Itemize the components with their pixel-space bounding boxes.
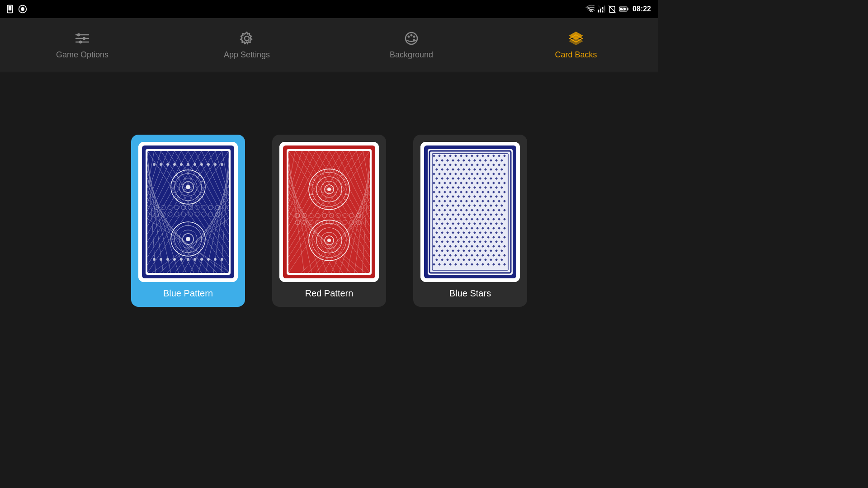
svg-point-106 [186,185,190,189]
no-sim-icon [608,5,616,13]
svg-point-83 [173,163,176,166]
nav-item-game-options[interactable]: Game Options [0,23,165,67]
card-label-red-pattern: Red Pattern [305,282,354,307]
svg-point-91 [153,258,156,261]
palette-icon [403,30,420,47]
svg-point-85 [187,163,189,166]
wifi-icon [585,5,594,14]
card-image-blue-stars [420,142,520,282]
status-bar-left-icons [5,5,27,14]
svg-point-80 [153,163,156,166]
svg-point-24 [410,34,413,37]
nav-item-card-backs[interactable]: Card Backs [494,23,658,67]
layers-icon [568,30,584,47]
svg-point-263 [327,239,331,242]
nav-item-background[interactable]: Background [329,23,494,67]
sliders-icon [74,30,90,47]
svg-point-18 [77,33,80,36]
svg-point-95 [180,258,183,261]
svg-rect-5 [598,10,599,13]
nav-bar: Game Options App Settings Background Car… [0,18,658,72]
battery-icon [619,5,629,13]
nav-label-card-backs: Card Backs [555,50,597,60]
svg-point-82 [166,163,169,166]
svg-rect-13 [627,8,628,9]
card-label-blue-pattern: Blue Pattern [163,282,213,307]
phone-icon [5,5,14,14]
card-item-blue-stars[interactable]: Blue Stars [413,135,527,307]
card-image-blue-pattern [138,142,238,282]
svg-point-3 [21,7,24,11]
status-time: 08:22 [632,5,651,13]
signal-icon [597,5,605,13]
svg-point-86 [193,163,196,166]
svg-point-81 [160,163,162,166]
status-bar: 08:22 [0,0,658,18]
svg-point-20 [79,41,82,43]
status-icons [585,5,629,14]
svg-point-96 [187,258,189,261]
svg-point-100 [214,258,217,261]
svg-rect-1 [9,6,12,10]
svg-point-21 [245,36,249,41]
svg-point-97 [193,258,196,261]
svg-point-23 [408,36,410,38]
svg-point-216 [327,188,331,191]
svg-point-101 [221,258,223,261]
svg-point-94 [173,258,176,261]
circle-icon [18,5,27,14]
nav-label-app-settings: App Settings [224,50,270,60]
svg-point-93 [166,258,169,261]
nav-label-game-options: Game Options [56,50,108,60]
nav-label-background: Background [390,50,433,60]
main-content: Blue Pattern [0,72,658,369]
svg-point-98 [200,258,203,261]
svg-point-88 [207,163,210,166]
svg-point-160 [186,237,190,241]
svg-point-99 [207,258,210,261]
nav-item-app-settings[interactable]: App Settings [165,23,329,67]
svg-point-92 [160,258,162,261]
svg-point-19 [83,37,85,40]
gear-icon [239,30,255,47]
svg-marker-28 [570,38,582,45]
svg-marker-4 [590,11,591,12]
svg-point-25 [413,36,415,38]
card-image-red-pattern [279,142,379,282]
svg-point-87 [200,163,203,166]
card-item-red-pattern[interactable]: Red Pattern [272,135,386,307]
svg-point-90 [221,163,223,166]
svg-point-89 [214,163,217,166]
card-label-blue-stars: Blue Stars [449,282,491,307]
card-item-blue-pattern[interactable]: Blue Pattern [131,135,245,307]
svg-point-84 [180,163,183,166]
